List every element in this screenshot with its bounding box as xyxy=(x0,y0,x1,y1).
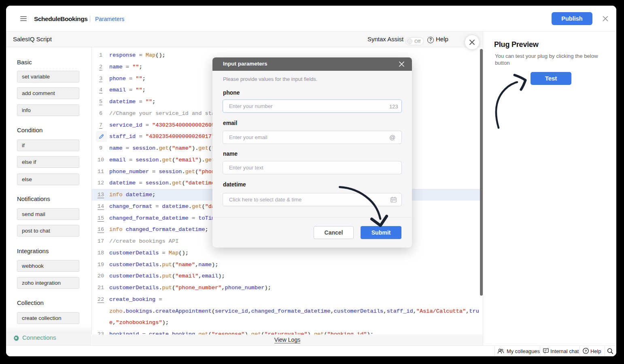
svg-text:?: ? xyxy=(585,349,587,353)
